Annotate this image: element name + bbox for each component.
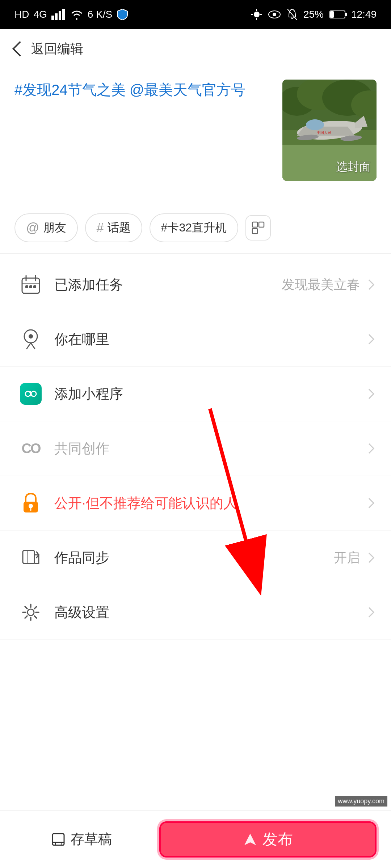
- hd-label: HD: [14, 9, 29, 20]
- shield-icon: [117, 8, 128, 21]
- svg-line-38: [27, 343, 31, 349]
- status-right: 25% 12:49: [251, 8, 377, 21]
- svg-rect-27: [259, 222, 264, 227]
- publish-icon: [243, 832, 257, 847]
- svg-point-10: [273, 13, 276, 16]
- menu-item-location[interactable]: 你在哪里: [0, 312, 391, 367]
- back-label: 返回编辑: [31, 40, 83, 58]
- menu-item-co-create[interactable]: CO 共同创作: [0, 421, 391, 476]
- publish-button[interactable]: 发布: [159, 821, 377, 858]
- battery-percent: 25%: [303, 9, 324, 20]
- time-label: 12:49: [351, 9, 377, 20]
- status-bar: HD 4G 6 K/S: [0, 0, 391, 29]
- friend-label: 朋友: [43, 220, 66, 236]
- header: 返回编辑: [0, 29, 391, 69]
- svg-line-42: [30, 391, 31, 396]
- svg-point-37: [29, 334, 33, 339]
- eye-icon: [268, 10, 281, 19]
- wifi-icon: [70, 9, 83, 20]
- svg-point-48: [28, 609, 34, 616]
- network-label: 4G: [33, 9, 47, 20]
- chevron-icon: [364, 607, 374, 617]
- save-draft-label: 存草稿: [71, 830, 112, 848]
- publish-label: 发布: [262, 829, 293, 850]
- watermark: www.yuopy.com: [335, 796, 387, 807]
- speed-label: 6 K/S: [88, 9, 112, 20]
- chevron-icon: [364, 334, 374, 344]
- privacy-label: 公开·但不推荐给可能认识的人: [54, 494, 366, 512]
- svg-point-40: [25, 391, 30, 396]
- chevron-icon: [364, 389, 374, 399]
- menu-item-mini-program[interactable]: 添加小程序: [0, 367, 391, 421]
- tags-row: @ 朋友 # 话题 #卡32直升机: [0, 206, 391, 250]
- svg-point-4: [254, 12, 260, 17]
- svg-rect-26: [252, 222, 257, 227]
- helicopter-label: #卡32直升机: [161, 220, 227, 236]
- svg-marker-54: [244, 834, 256, 845]
- svg-rect-3: [62, 9, 65, 20]
- at-icon: @: [26, 220, 39, 235]
- text-area[interactable]: #发现24节气之美 @最美天气官方号: [14, 80, 272, 195]
- topic-label: 话题: [108, 220, 131, 236]
- bell-muted-icon: [287, 8, 298, 21]
- status-left: HD 4G 6 K/S: [14, 8, 128, 21]
- task-label: 已添加任务: [54, 276, 282, 294]
- hash-icon: #: [97, 220, 104, 235]
- location-label: 你在哪里: [54, 330, 366, 349]
- co-icon: CO: [18, 436, 43, 461]
- brightness-icon: [251, 9, 262, 20]
- menu-item-task[interactable]: 已添加任务 发现最美立春: [0, 258, 391, 312]
- chevron-icon: [364, 443, 374, 454]
- svg-line-39: [31, 343, 35, 349]
- task-value: 发现最美立春: [282, 276, 360, 294]
- menu-item-sync[interactable]: 作品同步 开启: [0, 531, 391, 585]
- sync-label: 作品同步: [54, 549, 334, 567]
- battery-icon: [329, 10, 345, 18]
- svg-rect-1: [55, 13, 58, 20]
- hashtag-text: #发现24节气之美 @最美天气官方号: [14, 80, 272, 100]
- chevron-icon: [364, 553, 374, 563]
- back-button[interactable]: 返回编辑: [14, 40, 83, 58]
- tag-extra-button[interactable]: [245, 215, 271, 241]
- calendar-icon: [18, 272, 43, 297]
- co-create-label: 共同创作: [54, 439, 366, 458]
- location-icon: [18, 327, 43, 352]
- mini-program-label: 添加小程序: [54, 385, 366, 403]
- signal-icon: [51, 9, 66, 20]
- bottom-bar: 存草稿 发布: [0, 810, 391, 868]
- svg-rect-35: [33, 285, 36, 288]
- svg-rect-34: [29, 285, 32, 288]
- svg-point-22: [306, 119, 324, 130]
- svg-rect-33: [25, 285, 28, 288]
- svg-rect-46: [23, 550, 34, 563]
- bottom-spacer: [0, 640, 391, 712]
- content-area: #发现24节气之美 @最美天气官方号: [0, 69, 391, 206]
- lock-icon: [18, 490, 43, 516]
- sync-icon: [18, 545, 43, 570]
- sync-value: 开启: [334, 549, 360, 567]
- svg-rect-28: [252, 229, 257, 234]
- tag-helicopter-button[interactable]: #卡32直升机: [150, 213, 238, 242]
- back-arrow-icon: [12, 41, 28, 56]
- svg-text:中国人民: 中国人民: [317, 131, 331, 135]
- tag-topic-button[interactable]: # 话题: [85, 213, 142, 242]
- thumbnail-area[interactable]: 中国人民 选封面: [282, 80, 377, 181]
- save-draft-button[interactable]: 存草稿: [14, 821, 148, 858]
- chevron-icon: [364, 280, 374, 290]
- svg-rect-2: [59, 11, 61, 20]
- tag-friend-button[interactable]: @ 朋友: [14, 213, 78, 242]
- svg-point-41: [31, 391, 36, 396]
- chevron-icon: [364, 498, 374, 508]
- svg-rect-51: [52, 834, 64, 845]
- draft-icon: [51, 832, 66, 847]
- mini-program-icon: [18, 381, 43, 407]
- advanced-label: 高级设置: [54, 603, 366, 622]
- menu-item-privacy[interactable]: 公开·但不推荐给可能认识的人: [0, 476, 391, 531]
- divider-1: [0, 253, 391, 254]
- settings-icon: [18, 600, 43, 625]
- menu-item-advanced[interactable]: 高级设置: [0, 585, 391, 640]
- svg-rect-0: [51, 16, 54, 20]
- thumbnail-label[interactable]: 选封面: [336, 159, 371, 175]
- co-text: CO: [22, 441, 40, 456]
